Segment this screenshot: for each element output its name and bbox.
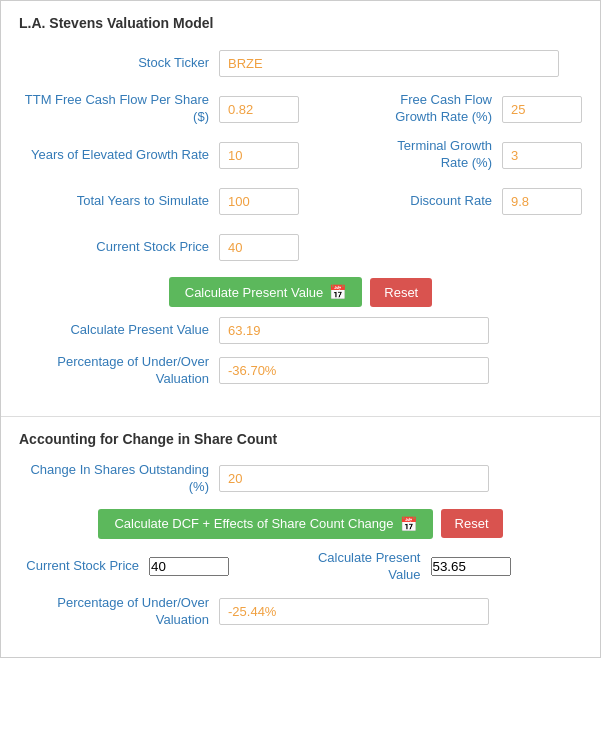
section2-pct-underover-label: Percentage of Under/Over Valuation	[19, 595, 219, 629]
section2-calc-pv-input	[431, 557, 511, 576]
calc-pv-result-input	[219, 317, 489, 344]
years-elevated-input[interactable]	[219, 142, 299, 169]
pct-underover-input	[219, 357, 489, 384]
section2-stock-price-input[interactable]	[149, 557, 229, 576]
reset-label-1: Reset	[384, 285, 418, 300]
calculator-icon: 📅	[329, 284, 346, 300]
current-stock-price-input[interactable]	[219, 234, 299, 261]
section2-stock-price-label: Current Stock Price	[19, 558, 149, 575]
reset-button-1[interactable]: Reset	[370, 278, 432, 307]
terminal-growth-label: Terminal Growth Rate (%)	[372, 138, 502, 172]
section2-title: Accounting for Change in Share Count	[19, 431, 582, 447]
app-title: L.A. Stevens Valuation Model	[19, 15, 582, 31]
calculator-icon-2: 📅	[400, 516, 417, 532]
calculate-present-value-button[interactable]: Calculate Present Value 📅	[169, 277, 363, 307]
stock-ticker-input[interactable]	[219, 50, 559, 77]
discount-rate-label: Discount Rate	[372, 193, 502, 210]
calc-pv-result-label: Calculate Present Value	[19, 322, 219, 339]
total-years-label: Total Years to Simulate	[19, 193, 219, 210]
calculate-dcf-label: Calculate DCF + Effects of Share Count C…	[114, 516, 393, 531]
current-stock-price-label: Current Stock Price	[19, 239, 219, 256]
years-elevated-label: Years of Elevated Growth Rate	[19, 147, 219, 164]
ttm-fcf-label: TTM Free Cash Flow Per Share ($)	[19, 92, 219, 126]
discount-rate-input[interactable]	[502, 188, 582, 215]
change-shares-label: Change In Shares Outstanding (%)	[19, 462, 219, 496]
calculate-dcf-button[interactable]: Calculate DCF + Effects of Share Count C…	[98, 509, 432, 539]
calculate-present-value-label: Calculate Present Value	[185, 285, 324, 300]
stock-ticker-label: Stock Ticker	[19, 55, 219, 72]
section2-pct-underover-input	[219, 598, 489, 625]
ttm-fcf-input[interactable]	[219, 96, 299, 123]
reset-button-2[interactable]: Reset	[441, 509, 503, 538]
total-years-input[interactable]	[219, 188, 299, 215]
section2-calc-pv-label: Calculate Present Value	[301, 550, 431, 584]
terminal-growth-input[interactable]	[502, 142, 582, 169]
reset-label-2: Reset	[455, 516, 489, 531]
pct-underover-label: Percentage of Under/Over Valuation	[19, 354, 219, 388]
fcf-growth-label: Free Cash Flow Growth Rate (%)	[372, 92, 502, 126]
fcf-growth-input[interactable]	[502, 96, 582, 123]
change-shares-input[interactable]	[219, 465, 489, 492]
